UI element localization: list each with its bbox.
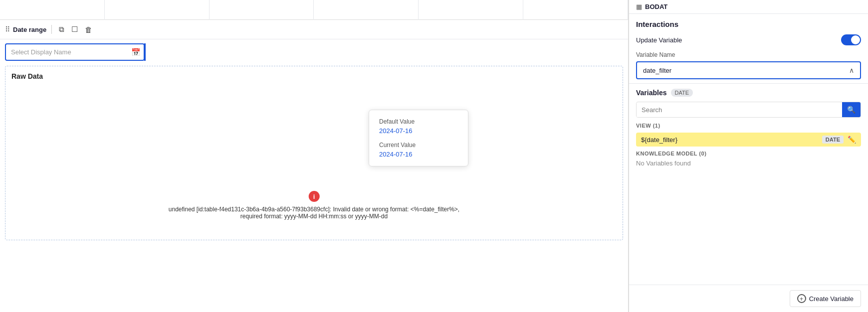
search-icon: 🔍 [847, 106, 856, 114]
drag-handle-icon[interactable]: ⠿ [5, 25, 10, 33]
grid-cell-5 [419, 0, 523, 20]
date-input-wrapper: 📅 [5, 43, 145, 61]
km-section-label: KNOWLEDGE MODEL (0) [636, 151, 861, 156]
create-variable-row: + Create Variable [629, 285, 868, 312]
update-variable-toggle[interactable] [841, 34, 861, 45]
interactions-title: Interactions [636, 20, 861, 28]
search-row: 🔍 [636, 102, 861, 118]
grid-cell-3 [210, 0, 314, 20]
view-section-label: VIEW (1) [636, 123, 861, 129]
variable-name-label: Variable Name [636, 51, 861, 58]
default-value-date: 2024-07-16 [379, 127, 458, 135]
toggle-knob [851, 35, 860, 44]
toolbar-divider [51, 25, 52, 34]
value-popup: Default Value 2024-07-16 Current Value 2… [369, 110, 468, 166]
search-button[interactable]: 🔍 [842, 102, 861, 117]
calendar-copy-icon: ⧉ [59, 25, 64, 34]
variable-name-select[interactable]: date_filter ∧ [636, 61, 861, 79]
delete-button[interactable]: 🗑 [83, 24, 94, 35]
edit-icon[interactable]: ✏️ [848, 136, 856, 144]
calendar-copy-button[interactable]: ⧉ [57, 24, 66, 35]
grid-cell-6 [523, 0, 628, 20]
variable-item-name: ${date_filter} [641, 136, 677, 144]
error-area: i undefined [id:table-f4ed131c-3b6a-4b9a… [160, 191, 468, 220]
variables-section: Variables DATE 🔍 VIEW (1) ${date_filter}… [629, 84, 868, 285]
variable-item[interactable]: ${date_filter} DATE ✏️ [636, 133, 861, 147]
raw-data-section: Raw Data i undefined [id:table-f4ed131c-… [5, 66, 623, 240]
date-display-name-input[interactable] [5, 43, 145, 61]
variable-name-value: date_filter [643, 67, 671, 74]
bodat-grid-icon: ▦ [636, 3, 642, 10]
update-variable-label: Update Variable [636, 36, 682, 44]
input-border-indicator [144, 43, 146, 61]
raw-data-title: Raw Data [11, 72, 617, 80]
plus-circle-icon: + [797, 294, 806, 303]
mobile-icon: ☐ [71, 25, 78, 34]
bodat-label: BODAT [645, 3, 667, 10]
variables-header: Variables DATE [636, 89, 861, 97]
variables-search-input[interactable] [637, 103, 842, 117]
current-value-date: 2024-07-16 [379, 151, 458, 158]
interactions-section: Interactions Update Variable Variable Na… [629, 14, 868, 84]
create-variable-button[interactable]: + Create Variable [790, 290, 861, 307]
error-message: undefined [id:table-f4ed131c-3b6a-4b9a-a… [160, 206, 468, 220]
date-range-label: Date range [13, 26, 46, 33]
info-icon: i [309, 191, 320, 202]
grid-cell-2 [105, 0, 210, 20]
create-variable-label: Create Variable [809, 295, 854, 303]
right-panel: ▦ BODAT Interactions Update Variable Var… [629, 0, 868, 312]
date-badge: DATE [671, 89, 693, 97]
grid-cell-4 [314, 0, 419, 20]
no-variables-text: No Variables found [636, 159, 861, 167]
toolbar: ⠿ Date range ⧉ ☐ 🗑 [0, 20, 628, 39]
grid-cell-1 [0, 0, 105, 20]
default-value-label: Default Value [379, 118, 458, 125]
variable-type-badge: DATE [822, 136, 844, 144]
mobile-view-button[interactable]: ☐ [69, 24, 80, 35]
variables-title: Variables [636, 89, 667, 97]
update-variable-row: Update Variable [636, 34, 861, 45]
current-value-label: Current Value [379, 142, 458, 149]
right-panel-header: ▦ BODAT [629, 0, 868, 14]
trash-icon: 🗑 [85, 25, 92, 34]
chevron-up-icon: ∧ [849, 66, 854, 74]
